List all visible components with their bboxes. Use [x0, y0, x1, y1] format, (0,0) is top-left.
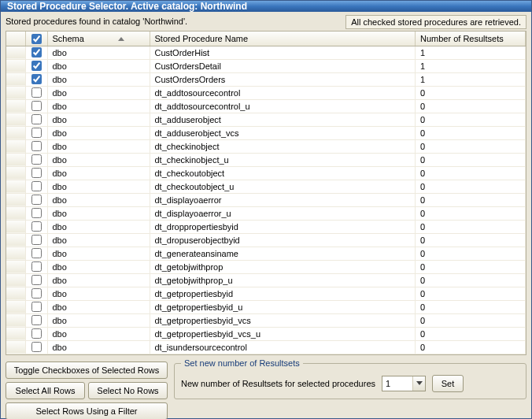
row-stub[interactable]: [6, 313, 25, 327]
retrieved-status: All checked stored procedures are retrie…: [345, 15, 526, 29]
table-row[interactable]: dbodt_isundersourcecontrol0: [6, 340, 526, 354]
header-stub[interactable]: [6, 32, 25, 46]
row-stub[interactable]: [6, 327, 25, 340]
header-name[interactable]: Stored Procedure Name: [150, 32, 416, 46]
row-checkbox[interactable]: [31, 195, 42, 205]
table-row[interactable]: dbodt_addtosourcecontrol0: [6, 86, 526, 99]
cell-name: dt_adduserobject_vcs: [150, 126, 416, 139]
row-stub[interactable]: [6, 139, 25, 153]
grid-scroll[interactable]: Schema Stored Procedure Name Number of R…: [6, 32, 526, 354]
set-button[interactable]: Set: [432, 375, 464, 392]
table-row[interactable]: dbodt_getpropertiesbyid_vcs0: [6, 313, 526, 327]
row-stub[interactable]: [6, 247, 25, 260]
resultsets-spinner[interactable]: [382, 376, 426, 391]
select-all-rows-button[interactable]: Select All Rows: [6, 382, 85, 399]
table-row[interactable]: dbodt_displayoaerror_u0: [6, 206, 526, 220]
row-checkbox[interactable]: [31, 342, 42, 352]
row-stub[interactable]: [6, 86, 25, 99]
row-checkbox[interactable]: [31, 154, 42, 165]
row-checkbox[interactable]: [31, 101, 42, 111]
cell-schema: dbo: [47, 327, 150, 340]
row-checkbox[interactable]: [31, 141, 42, 151]
table-row[interactable]: dbodt_dropuserobjectbyid0: [6, 233, 526, 247]
table-row[interactable]: dbodt_getpropertiesbyid_u0: [6, 300, 526, 313]
cell-name: dt_generateansiname: [150, 247, 416, 260]
table-row[interactable]: dbodt_displayoaerror0: [6, 193, 526, 206]
row-checkbox[interactable]: [31, 235, 42, 245]
row-stub[interactable]: [6, 273, 25, 287]
table-row[interactable]: dboCustOrdersDetail1: [6, 59, 526, 72]
row-checkbox[interactable]: [31, 114, 42, 124]
select-filter-button[interactable]: Select Rows Using a Filter: [6, 402, 168, 419]
row-stub[interactable]: [6, 180, 25, 193]
row-stub[interactable]: [6, 287, 25, 300]
resultsets-input[interactable]: [382, 376, 412, 391]
cell-name: dt_isundersourcecontrol: [150, 340, 416, 354]
header-schema[interactable]: Schema: [47, 32, 150, 46]
table-row[interactable]: dbodt_addtosourcecontrol_u0: [6, 99, 526, 113]
row-stub[interactable]: [6, 46, 25, 59]
row-checkbox[interactable]: [31, 87, 42, 98]
catalog-found-text: Stored procedures found in catalog 'Nort…: [6, 15, 341, 29]
cell-name: dt_dropuserobjectbyid: [150, 233, 416, 247]
cell-results: 0: [416, 206, 526, 220]
table-row[interactable]: dbodt_adduserobject_vcs0: [6, 126, 526, 139]
table-row[interactable]: dbodt_getobjwithprop0: [6, 260, 526, 273]
row-stub[interactable]: [6, 260, 25, 273]
row-checkbox[interactable]: [31, 128, 42, 138]
row-checkbox[interactable]: [31, 74, 42, 84]
row-stub[interactable]: [6, 233, 25, 247]
table-row[interactable]: dbodt_getpropertiesbyid_vcs_u0: [6, 327, 526, 340]
table-row[interactable]: dbodt_adduserobject0: [6, 113, 526, 126]
cell-name: dt_checkoutobject: [150, 166, 416, 180]
table-row[interactable]: dboCustOrderHist1: [6, 46, 526, 59]
table-row[interactable]: dbodt_checkinobject0: [6, 139, 526, 153]
row-checkbox[interactable]: [31, 47, 42, 57]
cell-schema: dbo: [47, 139, 150, 153]
select-no-rows-button[interactable]: Select No Rows: [88, 382, 168, 399]
table-row[interactable]: dbodt_generateansiname0: [6, 247, 526, 260]
row-stub[interactable]: [6, 193, 25, 206]
row-stub[interactable]: [6, 59, 25, 72]
cell-schema: dbo: [47, 193, 150, 206]
row-stub[interactable]: [6, 206, 25, 220]
row-checkbox[interactable]: [31, 275, 42, 285]
row-checkbox[interactable]: [31, 181, 42, 191]
table-row[interactable]: dboCustOrdersOrders1: [6, 72, 526, 86]
row-checkbox[interactable]: [31, 261, 42, 272]
row-stub[interactable]: [6, 340, 25, 354]
bottom-panel: Toggle Checkboxes of Selected Rows Selec…: [1, 358, 531, 419]
table-row[interactable]: dbodt_checkinobject_u0: [6, 153, 526, 166]
row-checkbox[interactable]: [31, 248, 42, 258]
row-stub[interactable]: [6, 220, 25, 233]
row-checkbox[interactable]: [31, 221, 42, 232]
header-check[interactable]: [25, 32, 47, 46]
spinner-dropdown-button[interactable]: [412, 376, 425, 391]
row-checkbox[interactable]: [31, 208, 42, 218]
row-checkbox[interactable]: [31, 288, 42, 298]
row-stub[interactable]: [6, 99, 25, 113]
row-checkbox[interactable]: [31, 302, 42, 312]
cell-name: dt_adduserobject: [150, 113, 416, 126]
row-checkbox[interactable]: [31, 61, 42, 71]
header-results[interactable]: Number of Resultsets: [416, 32, 526, 46]
table-row[interactable]: dbodt_checkoutobject_u0: [6, 180, 526, 193]
row-stub[interactable]: [6, 126, 25, 139]
cell-schema: dbo: [47, 220, 150, 233]
row-stub[interactable]: [6, 300, 25, 313]
cell-results: 0: [416, 153, 526, 166]
select-all-checkbox[interactable]: [31, 34, 42, 44]
table-row[interactable]: dbodt_getobjwithprop_u0: [6, 273, 526, 287]
row-stub[interactable]: [6, 113, 25, 126]
row-stub[interactable]: [6, 166, 25, 180]
cell-schema: dbo: [47, 273, 150, 287]
toggle-checkboxes-button[interactable]: Toggle Checkboxes of Selected Rows: [6, 362, 168, 379]
row-stub[interactable]: [6, 153, 25, 166]
row-stub[interactable]: [6, 72, 25, 86]
row-checkbox[interactable]: [31, 315, 42, 325]
table-row[interactable]: dbodt_checkoutobject0: [6, 166, 526, 180]
table-row[interactable]: dbodt_droppropertiesbyid0: [6, 220, 526, 233]
row-checkbox[interactable]: [31, 168, 42, 178]
table-row[interactable]: dbodt_getpropertiesbyid0: [6, 287, 526, 300]
row-checkbox[interactable]: [31, 328, 42, 339]
